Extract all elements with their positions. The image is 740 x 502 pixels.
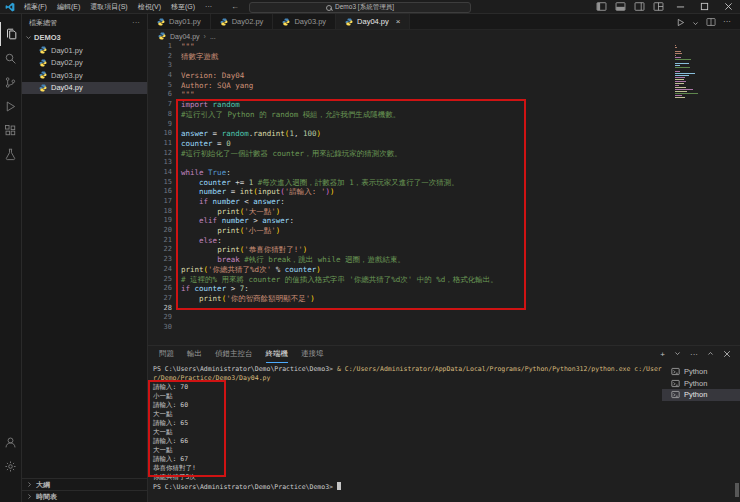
line-number: 5	[148, 81, 181, 91]
file-item[interactable]: Day01.py	[22, 44, 147, 57]
account-icon[interactable]	[0, 430, 21, 454]
python-file-icon	[282, 18, 290, 26]
run-python-file-icon[interactable]	[676, 13, 685, 31]
tab-label: Day02.py	[232, 17, 264, 26]
folder-root[interactable]: DEMO3	[22, 31, 147, 44]
code-line: 30	[148, 323, 740, 333]
file-item[interactable]: Day03.py	[22, 69, 147, 82]
minimap-line	[675, 91, 687, 92]
menu-item[interactable]: 檔案(F)	[19, 2, 52, 12]
terminal-instance[interactable]: Python	[662, 366, 740, 378]
line-number: 1	[148, 42, 181, 52]
editor-tab[interactable]: Day02.py	[211, 14, 274, 29]
sidebar-more-icon[interactable]: ···	[132, 18, 140, 27]
minimap-line	[675, 57, 681, 58]
panel-tab[interactable]: 連接埠	[301, 346, 324, 363]
panel-tab[interactable]: 偵錯主控台	[215, 346, 253, 363]
panel-tab[interactable]: 問題	[159, 346, 174, 363]
menu-item[interactable]: 檢視(V)	[133, 2, 166, 12]
vscode-window: 檔案(F)編輯(E)選取項目(S)檢視(V)移至(G)··· ← → Demo3…	[0, 0, 740, 502]
sidebar-section-outline[interactable]: 大綱	[22, 478, 147, 490]
minimap-line	[675, 97, 685, 98]
file-item-label: Day01.py	[51, 46, 83, 55]
minimap[interactable]	[675, 45, 713, 105]
chevron-right-icon	[26, 493, 33, 500]
terminal-line: r/Demo/Practice/Demo3/Day04.py	[153, 374, 662, 383]
toggle-primary-sidebar-icon[interactable]	[592, 1, 611, 12]
minimap-line	[675, 75, 689, 76]
explorer-icon[interactable]	[0, 22, 21, 46]
close-tab-icon[interactable]: ×	[396, 17, 401, 26]
menu-item[interactable]: 移至(G)	[166, 2, 200, 12]
python-file-icon	[39, 84, 47, 92]
terminal-line: 請輸入: 70	[153, 383, 662, 392]
minimap-line	[675, 67, 690, 68]
editor-tab[interactable]: Day01.py	[148, 14, 211, 29]
minimap-line	[675, 79, 684, 80]
new-terminal-icon[interactable]: +	[660, 350, 665, 359]
maximize-panel-icon[interactable]	[707, 350, 714, 359]
menu-item[interactable]: 編輯(E)	[52, 2, 85, 12]
annotation-box-editor	[176, 99, 526, 310]
toggle-panel-icon[interactable]	[611, 1, 630, 12]
file-item[interactable]: Day04.py	[22, 82, 147, 95]
minimap-line	[675, 95, 682, 96]
search-icon[interactable]	[0, 46, 21, 70]
minimap-line	[675, 85, 679, 86]
terminal-line: 請輸入: 66	[153, 437, 662, 446]
panel-tab[interactable]: 終端機	[266, 346, 289, 363]
terminal-line: 請輸入: 65	[153, 419, 662, 428]
breadcrumb[interactable]: Day04.py › ...	[148, 30, 740, 42]
source-control-icon[interactable]	[0, 70, 21, 94]
code-line-content: Version: Day04	[181, 71, 244, 81]
toggle-secondary-sidebar-icon[interactable]	[630, 1, 649, 12]
customize-layout-icon[interactable]	[649, 1, 668, 12]
terminal-dropdown-icon[interactable]	[674, 350, 681, 359]
command-center-search[interactable]: Demo3 [系統管理員]	[249, 2, 471, 13]
close-icon[interactable]	[716, 0, 740, 13]
split-editor-icon[interactable]	[706, 13, 716, 31]
settings-icon[interactable]	[0, 454, 21, 478]
code-token: 猜數字遊戲	[181, 52, 219, 61]
terminal-line: 大一點	[153, 410, 662, 419]
activity-bar	[0, 14, 22, 502]
menu-item[interactable]: ···	[200, 3, 217, 10]
scrollbar-thumb[interactable]	[735, 483, 739, 497]
explorer-sidebar: 檔案總管 ··· DEMO3 Day01.pyDay02.pyDay03.pyD…	[22, 14, 148, 502]
menu-item[interactable]: 選取項目(S)	[85, 2, 132, 12]
breadcrumb-rest: ...	[210, 33, 216, 40]
terminal-text: PS C:\Users\Administrator\Demo\Practice\…	[153, 365, 337, 373]
minimap-line	[675, 53, 682, 54]
maximize-icon[interactable]	[692, 0, 716, 13]
minimap-line	[675, 89, 693, 90]
panel-more-icon[interactable]: ···	[690, 350, 698, 359]
terminal-instance[interactable]: Python	[662, 389, 740, 401]
terminal-instance[interactable]: Python	[662, 378, 740, 390]
python-file-icon	[39, 71, 47, 79]
code-line-content: """	[181, 42, 195, 52]
close-panel-icon[interactable]	[723, 350, 731, 360]
minimap-line	[675, 77, 685, 78]
file-item-label: Day03.py	[51, 71, 83, 80]
sidebar-section-timeline[interactable]: 時間表	[22, 490, 147, 502]
terminal-line: PS C:\Users\Administrator\Demo\Practice\…	[153, 482, 662, 492]
code-token: Version: Day04	[181, 71, 244, 80]
line-number: 29	[148, 313, 181, 323]
testing-icon[interactable]	[0, 142, 21, 166]
file-item-label: Day04.py	[51, 83, 83, 92]
line-number: 3	[148, 61, 181, 71]
terminal-line: 請輸入: 67	[153, 455, 662, 464]
editor-tab[interactable]: Day04.py×	[336, 14, 410, 29]
run-debug-icon[interactable]	[0, 94, 21, 118]
editor-tab[interactable]: Day03.py	[273, 14, 336, 29]
back-icon[interactable]: ←	[227, 2, 243, 11]
minimap-line	[675, 65, 680, 66]
minimize-icon[interactable]	[668, 0, 692, 13]
terminal-icon	[671, 390, 680, 399]
editor-more-icon[interactable]: ···	[723, 17, 731, 26]
run-dropdown-icon[interactable]	[692, 13, 699, 31]
extensions-icon[interactable]	[0, 118, 21, 142]
panel-tab[interactable]: 輸出	[187, 346, 202, 363]
file-item[interactable]: Day02.py	[22, 57, 147, 70]
terminal-instance-label: Python	[684, 379, 707, 388]
